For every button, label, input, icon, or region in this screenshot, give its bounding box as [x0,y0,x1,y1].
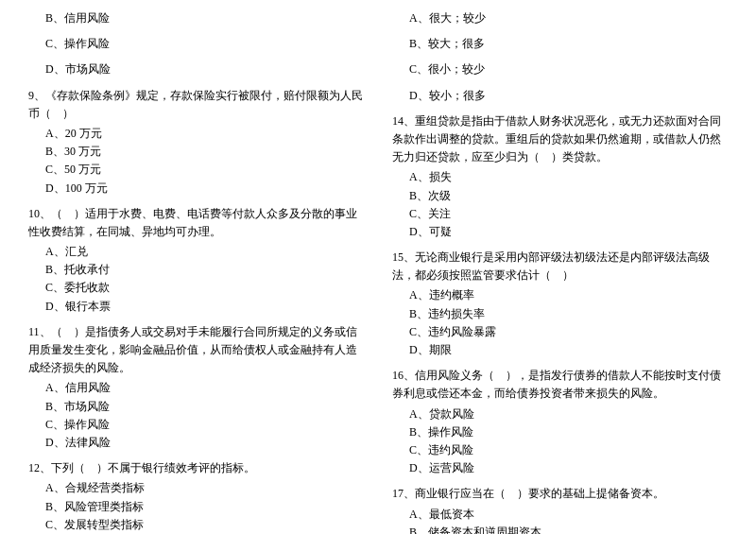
question-16: 16、信用风险义务（ ），是指发行债券的借款人不能按时支付债券利息或偿还本金，而… [392,367,728,477]
question-10-text: 10、（ ）适用于水费、电费、电话费等付款人众多及分散的事业性收费结算，在同城、… [28,205,364,241]
q15-option-a: A、违约概率 [409,286,728,304]
option-text: C、操作风险 [45,35,364,53]
left-column: B、信用风险 C、操作风险 D、市场风险 9、《存款保险条例》规定，存款保险实行… [28,9,378,534]
option-d-smaller-many: D、较小；很多 [392,87,728,105]
q11-option-a: A、信用风险 [45,379,364,397]
q10-option-c: C、委托收款 [45,279,364,297]
question-15-text: 15、无论商业银行是采用内部评级法初级法还是内部评级法高级法，都必须按照监管要求… [392,249,728,284]
q12-option-c: C、发展转型类指标 [45,516,364,534]
question-14-text: 14、重组贷款是指由于借款人财务状况恶化，或无力还款面对合同条款作出调整的贷款。… [392,112,728,167]
option-text: B、信用风险 [45,9,364,27]
q10-option-b: B、托收承付 [45,261,364,279]
question-17-text: 17、商业银行应当在（ ）要求的基础上提储备资本。 [392,485,728,503]
option-d-market: D、市场风险 [28,60,364,78]
q11-option-c: C、操作风险 [45,416,364,434]
q9-option-d: D、100 万元 [45,180,364,198]
option-c-small-few: C、很小；较少 [392,60,728,78]
q10-option-a: A、汇兑 [45,243,364,261]
question-9: 9、《存款保险条例》规定，存款保险实行被限付，赔付限额为人民币（ ） A、20 … [28,87,364,198]
option-text: B、较大；很多 [409,35,728,53]
option-a-large-few: A、很大；较少 [392,9,728,27]
question-12-text: 12、下列（ ）不属于银行绩效考评的指标。 [28,459,364,477]
question-10: 10、（ ）适用于水费、电费、电话费等付款人众多及分散的事业性收费结算，在同城、… [28,205,364,316]
two-column-layout: B、信用风险 C、操作风险 D、市场风险 9、《存款保险条例》规定，存款保险实行… [28,9,728,534]
option-text: A、很大；较少 [409,9,728,27]
question-9-text: 9、《存款保险条例》规定，存款保险实行被限付，赔付限额为人民币（ ） [28,87,364,123]
option-b-larger-many: B、较大；很多 [392,35,728,53]
right-column: A、很大；较少 B、较大；很多 C、很小；较少 D、较小；很多 14、重组贷款是… [378,9,728,534]
question-17: 17、商业银行应当在（ ）要求的基础上提储备资本。 A、最低资本 B、储备资本和… [392,485,728,534]
option-text: D、较小；很多 [409,87,728,105]
option-c-operation: C、操作风险 [28,35,364,53]
q14-option-a: A、损失 [409,168,728,186]
q17-option-a: A、最低资本 [409,506,728,524]
q16-option-a: A、贷款风险 [409,405,728,423]
option-b-credit: B、信用风险 [28,9,364,27]
q9-option-c: C、50 万元 [45,161,364,179]
q15-option-b: B、违约损失率 [409,305,728,323]
q9-option-a: A、20 万元 [45,125,364,143]
question-14: 14、重组贷款是指由于借款人财务状况恶化，或无力还款面对合同条款作出调整的贷款。… [392,112,728,241]
q16-option-b: B、操作风险 [409,423,728,441]
question-11-text: 11、（ ）是指债务人或交易对手未能履行合同所规定的义务或信用质量发生变化，影响… [28,323,364,378]
q11-option-d: D、法律风险 [45,434,364,452]
question-11: 11、（ ）是指债务人或交易对手未能履行合同所规定的义务或信用质量发生变化，影响… [28,323,364,452]
q14-option-b: B、次级 [409,187,728,205]
q17-option-b: B、储备资本和逆周期资本 [409,524,728,534]
q14-option-d: D、可疑 [409,223,728,241]
q11-option-b: B、市场风险 [45,398,364,416]
option-text: C、很小；较少 [409,60,728,78]
q10-option-d: D、银行本票 [45,298,364,316]
q15-option-c: C、违约风险暴露 [409,323,728,341]
question-12: 12、下列（ ）不属于银行绩效考评的指标。 A、合规经营类指标 B、风险管理类指… [28,459,364,534]
q12-option-a: A、合规经营类指标 [45,479,364,497]
q9-option-b: B、30 万元 [45,143,364,161]
option-text: D、市场风险 [45,60,364,78]
question-16-text: 16、信用风险义务（ ），是指发行债券的借款人不能按时支付债券利息或偿还本金，而… [392,367,728,403]
exam-page: B、信用风险 C、操作风险 D、市场风险 9、《存款保险条例》规定，存款保险实行… [28,9,728,534]
q16-option-d: D、运营风险 [409,459,728,477]
question-15: 15、无论商业银行是采用内部评级法初级法还是内部评级法高级法，都必须按照监管要求… [392,249,728,359]
q14-option-c: C、关注 [409,205,728,223]
q12-option-b: B、风险管理类指标 [45,498,364,516]
q15-option-d: D、期限 [409,341,728,359]
q16-option-c: C、违约风险 [409,441,728,459]
